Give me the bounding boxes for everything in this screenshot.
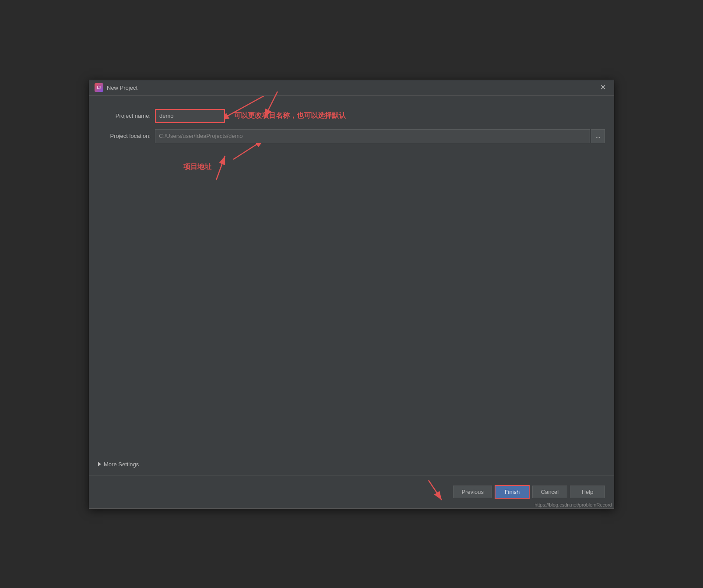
location-annotation-area: 项目地址 bbox=[159, 149, 605, 184]
dialog-title: New Project bbox=[107, 85, 137, 91]
finish-arrow-area bbox=[411, 480, 446, 504]
project-location-label: Project location: bbox=[98, 133, 155, 139]
close-button[interactable]: ✕ bbox=[598, 83, 608, 92]
svg-line-8 bbox=[429, 480, 442, 500]
dialog-content: Project name: 可以更改项目名称，也可以选择默认 Project l… bbox=[89, 96, 614, 475]
project-name-input[interactable] bbox=[155, 109, 225, 123]
browse-button[interactable]: ... bbox=[591, 129, 605, 143]
app-icon: IJ bbox=[95, 83, 103, 92]
cancel-button[interactable]: Cancel bbox=[532, 486, 567, 498]
content-spacer bbox=[98, 184, 605, 458]
finish-button[interactable]: Finish bbox=[495, 485, 530, 499]
more-settings-toggle[interactable]: More Settings bbox=[98, 458, 605, 471]
project-name-label: Project name: bbox=[98, 113, 155, 119]
watermark: https://blog.csdn.net/problemRecord bbox=[534, 502, 612, 507]
help-button[interactable]: Help bbox=[570, 486, 605, 498]
new-project-dialog: IJ New Project ✕ bbox=[89, 80, 614, 509]
svg-line-6 bbox=[216, 156, 225, 180]
project-location-input[interactable] bbox=[155, 129, 590, 143]
project-name-row: Project name: 可以更改项目名称，也可以选择默认 bbox=[98, 109, 605, 123]
more-settings-label: More Settings bbox=[104, 461, 139, 468]
title-bar-left: IJ New Project bbox=[95, 83, 137, 92]
title-bar: IJ New Project ✕ bbox=[89, 80, 614, 96]
project-location-row: Project location: ... bbox=[98, 129, 605, 143]
triangle-icon bbox=[98, 462, 101, 466]
name-annotation-text: 可以更改项目名称，也可以选择默认 bbox=[234, 111, 346, 120]
previous-button[interactable]: Previous bbox=[453, 486, 492, 498]
